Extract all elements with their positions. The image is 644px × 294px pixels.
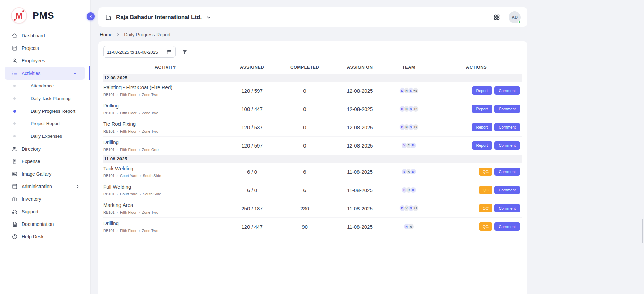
sidebar-subitem-daily-expenses[interactable]: Daily Expenses — [0, 130, 90, 142]
assign-on-value: 12-08-2025 — [333, 106, 387, 112]
team-avatar: D — [410, 142, 416, 149]
sidebar-item-directory[interactable]: Directory — [0, 142, 90, 155]
comment-button[interactable]: Comment — [494, 168, 520, 176]
sidebar-item-support[interactable]: Support — [0, 205, 90, 218]
building-icon — [105, 14, 112, 21]
sidebar-item-image-gallary[interactable]: Image Gallary — [0, 168, 90, 180]
path-segment: RB101 — [103, 148, 115, 152]
assign-on-value: 11-08-2025 — [333, 205, 387, 211]
path-segment: Court Yard — [120, 192, 137, 196]
report-button[interactable]: Report — [472, 141, 493, 150]
column-header: ACTIONS — [430, 65, 522, 70]
qc-button[interactable]: QC — [479, 222, 492, 231]
sidebar-item-label: Inventory — [22, 196, 41, 202]
comment-button[interactable]: Comment — [494, 141, 520, 150]
assign-on-value: 11-08-2025 — [333, 187, 387, 193]
sidebar-collapse-button[interactable] — [87, 12, 95, 20]
sidebar-subitem-daily-task-planning[interactable]: Daily Task Planning — [0, 92, 90, 105]
activity-cell: Tie Rod FixingRB101›Fifth Floor›Zone Two — [103, 121, 227, 133]
activity-path: RB101›Fifth Floor›Zone Two — [103, 111, 227, 115]
breadcrumb-home-link[interactable]: Home — [100, 32, 112, 37]
path-segment: RB101 — [103, 129, 115, 133]
assigned-value: 120 / 597 — [227, 88, 277, 94]
comment-button[interactable]: Comment — [494, 222, 520, 231]
directory-icon — [12, 146, 18, 152]
sidebar-item-inventory[interactable]: Inventory — [0, 193, 90, 205]
sidebar-item-label: Documentation — [22, 221, 54, 227]
path-segment: RB101 — [103, 93, 115, 97]
qc-button[interactable]: QC — [479, 168, 492, 176]
bullet-icon — [13, 135, 16, 137]
calendar-icon — [166, 49, 172, 55]
assign-on-value: 12-08-2025 — [333, 143, 387, 149]
team-avatars: DNS+2 — [387, 106, 430, 112]
team-avatar: +2 — [412, 124, 419, 130]
activity-name: Tack Welding — [103, 165, 227, 171]
group-date-row: 12-08-2025 — [103, 74, 522, 82]
assigned-value: 120 / 537 — [227, 124, 277, 130]
report-button[interactable]: Report — [472, 105, 493, 113]
row-actions: ReportComment — [430, 86, 522, 95]
table-row: Marking AreaRB101›Fifth Floor›Zone Two25… — [103, 199, 522, 218]
path-segment: RB101 — [103, 192, 115, 196]
path-segment: Zone Two — [142, 129, 158, 133]
assigned-value: 6 / 0 — [227, 187, 277, 193]
breadcrumb-current: Daily Progress Report — [124, 32, 170, 37]
report-button[interactable]: Report — [472, 86, 493, 95]
sidebar-subitem-label: Project Report — [31, 121, 60, 126]
report-button[interactable]: Report — [472, 123, 493, 131]
qc-button[interactable]: QC — [479, 186, 492, 194]
sidebar-item-activities[interactable]: Activities — [5, 67, 85, 80]
sidebar-item-expense[interactable]: Expense — [0, 155, 90, 168]
table-row: Full WeldingRB101›Court Yard›South Side6… — [103, 181, 522, 199]
date-range-picker[interactable] — [103, 46, 176, 58]
activity-cell: DrillingRB101›Fifth Floor›Zone One — [103, 139, 227, 152]
activity-path: RB101›Fifth Floor›Zone Two — [103, 93, 227, 97]
sidebar-item-employees[interactable]: Employees — [0, 54, 90, 67]
activity-path: RB101›Fifth Floor›Zone Two — [103, 210, 227, 214]
team-avatar: D — [410, 187, 416, 193]
activity-cell: Full WeldingRB101›Court Yard›South Side — [103, 184, 227, 196]
table-row: DrillingRB101›Fifth Floor›Zone One120 / … — [103, 137, 522, 155]
qc-button[interactable]: QC — [479, 204, 492, 212]
path-segment: RB101 — [103, 174, 115, 178]
activity-name: Drilling — [103, 103, 227, 109]
scrollbar-thumb[interactable] — [642, 219, 643, 243]
sidebar-item-administration[interactable]: Administration — [0, 180, 90, 193]
comment-button[interactable]: Comment — [494, 105, 520, 113]
bullet-icon — [13, 85, 16, 87]
completed-value: 0 — [277, 106, 333, 112]
path-segment: South Side — [143, 174, 161, 178]
company-selector[interactable]: Raja Bahadur International Ltd. — [105, 14, 211, 21]
table-row: Tie Rod FixingRB101›Fifth Floor›Zone Two… — [103, 118, 522, 137]
row-actions: ReportComment — [430, 123, 522, 131]
sidebar-item-help-desk[interactable]: Help Desk — [0, 230, 90, 243]
sidebar-item-dashboard[interactable]: Dashboard — [0, 29, 90, 42]
path-separator: › — [139, 148, 140, 152]
apps-grid-button[interactable] — [493, 14, 500, 21]
activity-name: Tie Rod Fixing — [103, 121, 227, 127]
sidebar-item-projects[interactable]: Projects — [0, 42, 90, 54]
sidebar-subitem-project-report[interactable]: Project Report — [0, 117, 90, 130]
path-segment: Fifth Floor — [120, 129, 137, 133]
comment-button[interactable]: Comment — [494, 86, 520, 95]
inventory-icon — [12, 196, 18, 202]
team-avatar: R — [408, 223, 414, 230]
sidebar-subitem-attendance[interactable]: Attendance — [0, 80, 90, 92]
bullet-icon — [13, 122, 16, 125]
sidebar-item-documentation[interactable]: Documentation — [0, 218, 90, 230]
online-status-dot — [518, 21, 521, 24]
app-name: PMS — [33, 10, 54, 21]
assigned-value: 100 / 447 — [227, 106, 277, 112]
sidebar-subitem-daily-progress-report[interactable]: Daily Progress Report — [0, 105, 90, 117]
filter-icon[interactable] — [181, 48, 188, 55]
comment-button[interactable]: Comment — [494, 123, 520, 131]
grid-icon — [493, 14, 500, 21]
column-header: ACTIVITY — [103, 65, 227, 70]
topbar: Raja Bahadur International Ltd. AD — [98, 7, 527, 27]
comment-button[interactable]: Comment — [494, 204, 520, 212]
date-range-input[interactable] — [107, 50, 164, 55]
user-avatar[interactable]: AD — [509, 11, 521, 23]
sidebar-nav: DashboardProjectsEmployeesActivitiesAtte… — [0, 29, 90, 243]
comment-button[interactable]: Comment — [494, 186, 520, 194]
